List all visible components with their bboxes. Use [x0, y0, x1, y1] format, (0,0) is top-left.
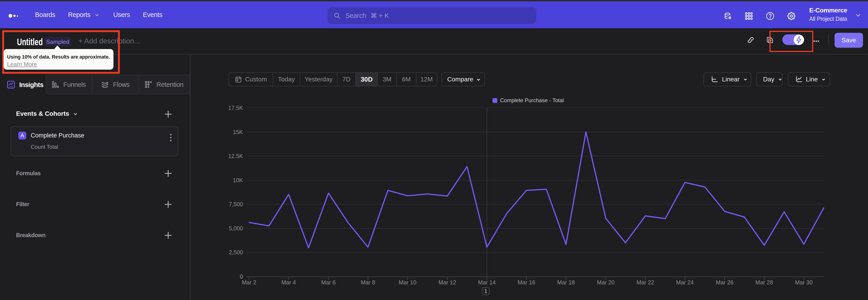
- svg-text:Mar 30: Mar 30: [795, 279, 813, 286]
- svg-text:12.5K: 12.5K: [228, 153, 243, 159]
- svg-text:17.5K: 17.5K: [228, 105, 243, 111]
- svg-text:Mar 22: Mar 22: [637, 279, 654, 286]
- svg-text:Mar 10: Mar 10: [399, 279, 416, 286]
- svg-text:15K: 15K: [233, 129, 243, 135]
- svg-text:Mar 16: Mar 16: [518, 279, 535, 286]
- svg-text:2,500: 2,500: [229, 249, 243, 256]
- svg-text:Mar 18: Mar 18: [557, 279, 575, 286]
- svg-text:Mar 6: Mar 6: [321, 279, 336, 286]
- svg-text:Mar 12: Mar 12: [438, 279, 456, 286]
- svg-text:5,000: 5,000: [229, 225, 243, 232]
- svg-text:Mar 2: Mar 2: [242, 279, 256, 286]
- svg-text:Mar 14: Mar 14: [478, 279, 496, 286]
- svg-text:7,500: 7,500: [229, 201, 243, 207]
- svg-text:Mar 20: Mar 20: [597, 279, 615, 286]
- svg-text:Mar 4: Mar 4: [281, 279, 296, 286]
- svg-text:10K: 10K: [233, 177, 243, 183]
- svg-text:0: 0: [240, 273, 243, 280]
- svg-text:Mar 8: Mar 8: [361, 279, 375, 286]
- svg-text:Mar 28: Mar 28: [755, 279, 773, 286]
- svg-text:Mar 24: Mar 24: [676, 279, 694, 286]
- svg-text:Mar 26: Mar 26: [716, 279, 734, 286]
- svg-text:1: 1: [484, 288, 487, 294]
